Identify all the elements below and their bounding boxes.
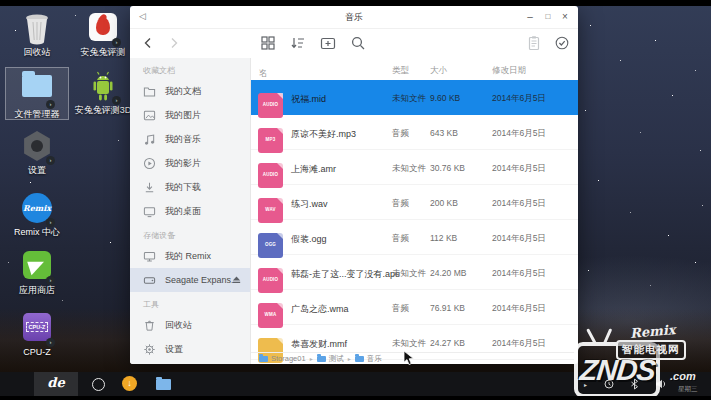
shortcut-badge-icon: › [46,276,55,285]
file-size: 643 KB [430,128,458,138]
column-header-size[interactable]: 大小 [430,65,447,77]
settings-nut-icon: › [21,131,53,163]
toolbar [130,28,578,58]
file-name: 恭喜发财.mmf [291,338,347,351]
close-button[interactable]: × [557,9,573,25]
maximize-button[interactable]: □ [540,9,556,25]
breadcrumb-item[interactable]: Storage01 [259,354,306,363]
sidebar-item-label: 设置 [165,343,183,356]
table-row[interactable]: AUDIO 韩磊-走了这...变了没有.ape 未知文件 24.20 MB 20… [251,255,578,290]
desktop-icon-cpu-z[interactable]: CPU-Z › CPU-Z [6,310,68,357]
sidebar-item-my-documents[interactable]: 我的文档 [130,79,250,103]
new-folder-icon[interactable] [320,35,336,51]
image-icon [143,109,156,122]
select-mode-icon[interactable] [554,35,570,51]
table-row[interactable]: MP3 原谅不美好.mp3 音频 643 KB 2014年6月5日 [251,115,578,150]
assistant-circle-icon[interactable] [92,378,105,391]
file-date: 2014年6月5日 [492,233,546,245]
file-size: 9.60 KB [430,93,460,103]
sidebar-item-label: 我的桌面 [165,205,201,218]
desktop-icon-app-store[interactable]: › 应用商店 [6,248,68,295]
desktop-icon-label: 回收站 [6,47,68,57]
sidebar-item-seagate-drive[interactable]: Seagate Expans... [130,268,250,292]
desktop-icon-remix-center[interactable]: Remix › Remix 中心 [6,190,68,237]
sidebar-item-label: 我的下载 [165,181,201,194]
desktop-icon-file-manager[interactable]: › 文件管理器 [6,68,68,119]
mouse-cursor [403,350,415,366]
znds-watermark: Remix 智能电视网 ZNDS .com [568,326,711,398]
shortcut-badge-icon: › [112,38,121,47]
sidebar-item-my-music[interactable]: 我的音乐 [130,127,250,151]
drive-icon [143,274,156,287]
search-icon[interactable] [350,35,366,51]
desktop-icon-antutu[interactable]: › 安兔兔评测 [72,10,134,57]
shortcut-badge-icon: › [46,218,55,227]
sidebar-item-recycle-bin[interactable]: 回收站 [130,313,250,337]
play-circle-icon [143,157,156,170]
column-header-date[interactable]: 修改日期 [492,65,526,77]
update-download-icon[interactable]: ↓ [122,376,137,391]
sidebar-item-my-pictures[interactable]: 我的图片 [130,103,250,127]
sidebar: 收藏文档 我的文档 我的图片 我的音乐 [130,58,251,364]
app-store-icon: › [21,251,53,283]
sidebar-item-my-remix[interactable]: 我的 Remix [130,244,250,268]
grid-view-icon[interactable] [260,35,276,51]
table-row[interactable]: OGG 假装.ogg 音频 112 KB 2014年6月5日 [251,220,578,255]
breadcrumb-item[interactable]: 测试 [317,354,344,364]
desktop-icon-antutu-3d[interactable]: › 安兔兔评测3D [70,68,136,115]
file-name: 假装.ogg [291,233,327,246]
shortcut-badge-icon: › [46,156,55,165]
file-date: 2014年6月5日 [492,338,546,350]
eject-icon[interactable] [231,274,242,285]
sidebar-item-settings[interactable]: 设置 [130,337,250,361]
monitor-icon [143,250,156,263]
antutu-3d-icon: › [87,71,119,103]
shortcut-badge-icon: › [46,100,55,109]
list-view-icon[interactable] [290,35,306,51]
letterbox-bottom [0,396,711,400]
desktop-icon-label: Remix 中心 [6,227,68,237]
file-name: 上海滩.amr [291,163,336,176]
sidebar-item-label: 我的音乐 [165,133,201,146]
file-name: 练习.wav [291,198,328,211]
file-size: 24.27 KB [430,338,465,348]
file-size: 76.91 KB [430,303,465,313]
titlebar[interactable]: ◁ 音乐 – □ × [130,6,578,29]
sidebar-item-my-downloads[interactable]: 我的下载 [130,175,250,199]
table-row[interactable]: AUDIO 祝福.mid 未知文件 9.60 KB 2014年6月5日 [251,80,578,115]
sidebar-section-storage: 存储设备 [130,223,250,244]
desktop-icon-label: 安兔兔评测 [72,47,134,57]
file-date: 2014年6月5日 [492,198,546,210]
table-row[interactable]: AUDIO 上海滩.amr 未知文件 30.76 KB 2014年6月5日 [251,150,578,185]
shortcut-badge-icon: › [46,338,55,347]
start-button[interactable]: de [34,372,78,396]
sidebar-item-my-desktop[interactable]: 我的桌面 [130,199,250,223]
table-row[interactable]: WAV 练习.wav 音频 200 KB 2014年6月5日 [251,185,578,220]
folder-icon [317,356,326,362]
minimize-button[interactable]: – [522,9,538,25]
table-row[interactable]: WMA 广岛之恋.wma 音频 76.91 KB 2014年6月5日 [251,290,578,325]
desktop-icon-recycle-bin[interactable]: 回收站 [6,10,68,57]
file-date: 2014年6月5日 [492,303,546,315]
file-type: 未知文件 [392,338,426,350]
forward-icon[interactable] [166,35,182,51]
file-manager-window: ◁ 音乐 – □ × [130,6,578,364]
sidebar-item-my-videos[interactable]: 我的影片 [130,151,250,175]
breadcrumb-item[interactable]: 音乐 [355,354,382,364]
column-header-type[interactable]: 类型 [392,65,409,77]
back-icon[interactable] [140,35,156,51]
file-type: 未知文件 [392,93,426,105]
folder-icon [259,356,268,362]
file-type: 音频 [392,303,409,315]
shortcut-badge-icon: › [112,96,121,105]
file-date: 2014年6月5日 [492,128,546,140]
sidebar-item-label: Seagate Expans... [165,275,239,285]
desktop-icon-label: 文件管理器 [6,109,68,119]
clipboard-icon[interactable] [526,35,542,51]
desktop-icon-settings[interactable]: › 设置 [6,128,68,175]
file-size: 30.76 KB [430,163,465,173]
taskbar-file-manager-icon[interactable] [156,379,171,390]
file-name: 祝福.mid [291,93,326,106]
list-header: 名称 ˅ 类型 大小 修改日期 [251,62,578,80]
folder-icon [355,356,364,362]
